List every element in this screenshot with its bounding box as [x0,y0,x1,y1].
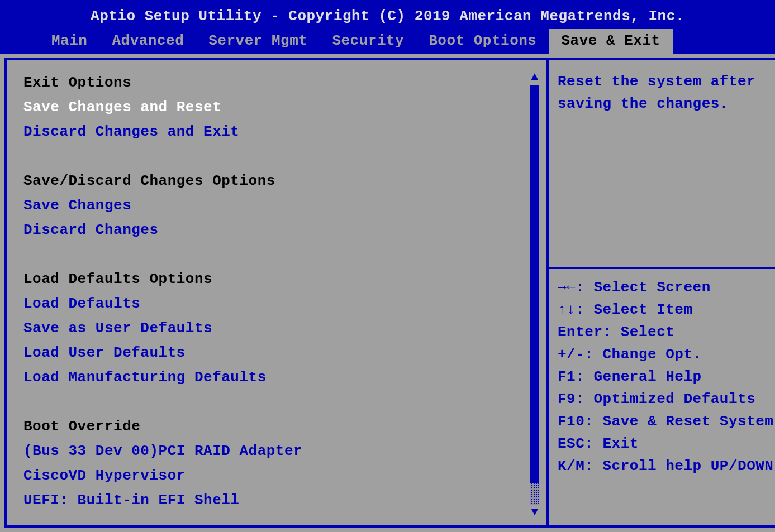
hint-label: : Select [603,324,675,341]
hint-save-reset: F10: Save & Reset System [558,410,773,433]
scroll-thumb[interactable] [530,483,539,505]
hint-label: : Save & Reset System [584,413,773,430]
tab-main[interactable]: Main [39,29,99,54]
hint-select-item: ↑↓: Select Item [558,299,773,321]
hint-scroll-help: K/M: Scroll help UP/DOWN [558,455,773,477]
item-load-user-defaults[interactable]: Load User Defaults [23,341,529,365]
item-load-manufacturing-defaults[interactable]: Load Manufacturing Defaults [23,365,529,390]
item-boot-uefi-shell[interactable]: UEFI: Built-in EFI Shell [23,488,529,512]
blank-spacer [23,144,529,169]
item-save-changes-and-reset[interactable]: Save Changes and Reset [23,95,529,119]
hint-key: Enter [558,324,603,341]
hint-optimized-defaults: F9: Optimized Defaults [558,388,773,410]
tab-row: Main Advanced Server Mgmt Security Boot … [0,29,775,54]
hint-key: +/- [558,346,584,363]
hint-change-opt: +/-: Change Opt. [558,343,773,366]
hint-label: : Change Opt. [584,346,701,363]
header: Aptio Setup Utility - Copyright (C) 2019… [0,0,775,54]
tab-save-exit[interactable]: Save & Exit [549,29,672,54]
hint-label: : Optimized Defaults [576,391,755,408]
scroll-down-icon[interactable]: ▼ [531,506,539,519]
hint-label: : Scroll help UP/DOWN [584,458,773,475]
hint-exit: ESC: Exit [558,433,773,455]
item-boot-pci-raid[interactable]: (Bus 33 Dev 00)PCI RAID Adapter [23,439,529,463]
scroll-up-icon[interactable]: ▲ [531,71,539,84]
blank-spacer [23,242,529,267]
item-boot-ciscovd[interactable]: CiscoVD Hypervisor [23,463,529,488]
item-discard-changes[interactable]: Discard Changes [23,218,529,242]
help-line-1: Reset the system after [558,70,773,93]
heading-exit-options: Exit Options [23,70,529,95]
heading-boot-override: Boot Override [23,414,529,439]
body-area: Exit Options Save Changes and Reset Disc… [0,54,775,532]
hint-key: F1 [558,368,576,385]
help-hints: →←: Select Screen ↑↓: Select Item Enter:… [549,269,775,525]
hint-key: →← [558,279,576,296]
tab-boot-options[interactable]: Boot Options [416,29,549,54]
right-pane: Reset the system after saving the change… [546,58,775,528]
heading-save-discard: Save/Discard Changes Options [23,169,529,193]
help-description: Reset the system after saving the change… [549,60,775,267]
heading-load-defaults: Load Defaults Options [23,267,529,291]
hint-key: K/M [558,458,584,475]
scrollbar[interactable]: ▲ ▼ [529,70,541,520]
bios-root: Aptio Setup Utility - Copyright (C) 2019… [0,0,775,532]
hint-select-screen: →←: Select Screen [558,276,773,299]
tab-server-mgmt[interactable]: Server Mgmt [196,29,320,54]
tab-security[interactable]: Security [320,29,416,54]
hint-key: ↑↓ [558,301,576,318]
hint-key: F10 [558,413,584,430]
hint-label: : Exit [584,435,639,452]
item-discard-changes-and-exit[interactable]: Discard Changes and Exit [23,119,529,144]
bios-title: Aptio Setup Utility - Copyright (C) 2019… [0,6,775,29]
left-pane: Exit Options Save Changes and Reset Disc… [4,58,546,528]
tab-advanced[interactable]: Advanced [99,29,196,54]
hint-label: : Select Screen [576,279,711,296]
help-line-2: saving the changes. [558,93,773,115]
blank-spacer [23,390,529,414]
item-save-changes[interactable]: Save Changes [23,193,529,218]
item-load-defaults[interactable]: Load Defaults [23,291,529,316]
scroll-track[interactable] [530,85,539,505]
hint-label: : Select Item [576,301,692,318]
hint-key: ESC [558,435,584,452]
left-content: Exit Options Save Changes and Reset Disc… [23,70,529,520]
hint-key: F9 [558,391,576,408]
item-save-as-user-defaults[interactable]: Save as User Defaults [23,316,529,341]
hint-general-help: F1: General Help [558,366,773,388]
hint-label: : General Help [576,368,701,385]
hint-select: Enter: Select [558,321,773,343]
